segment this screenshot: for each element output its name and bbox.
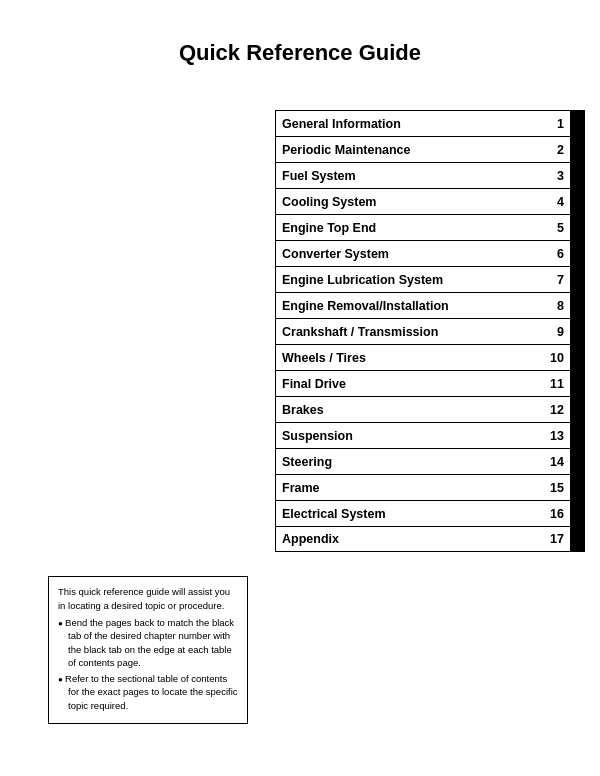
note-box: This quick reference guide will assist y…: [48, 576, 248, 724]
toc-tab-marker: [570, 449, 584, 474]
toc-row[interactable]: General Information1: [275, 110, 585, 136]
toc-item-label: Converter System: [276, 244, 542, 264]
toc-item-label: Steering: [276, 452, 542, 472]
toc-item-number: 7: [542, 270, 570, 290]
toc-row[interactable]: Crankshaft / Transmission9: [275, 318, 585, 344]
toc-row[interactable]: Engine Removal/Installation8: [275, 292, 585, 318]
toc-row[interactable]: Final Drive11: [275, 370, 585, 396]
note-intro: This quick reference guide will assist y…: [58, 585, 238, 612]
toc-item-label: Appendix: [276, 529, 542, 549]
toc-row[interactable]: Suspension13: [275, 422, 585, 448]
toc-row[interactable]: Electrical System16: [275, 500, 585, 526]
toc-item-number: 5: [542, 218, 570, 238]
toc-tab-marker: [570, 475, 584, 500]
toc-tab-marker: [570, 371, 584, 396]
toc-item-number: 6: [542, 244, 570, 264]
toc-item-label: General Information: [276, 114, 542, 134]
toc-item-label: Electrical System: [276, 504, 542, 524]
toc-item-label: Fuel System: [276, 166, 542, 186]
toc-tab-marker: [570, 163, 584, 188]
toc-row[interactable]: Cooling System4: [275, 188, 585, 214]
note-list-item: Bend the pages back to match the black t…: [58, 616, 238, 669]
toc-item-number: 12: [542, 400, 570, 420]
toc-row[interactable]: Appendix17: [275, 526, 585, 552]
toc-tab-marker: [570, 189, 584, 214]
toc-tab-marker: [570, 527, 584, 551]
toc-tab-marker: [570, 423, 584, 448]
toc-tab-marker: [570, 111, 584, 136]
toc-item-number: 15: [542, 478, 570, 498]
toc-item-number: 10: [542, 348, 570, 368]
toc-item-label: Engine Top End: [276, 218, 542, 238]
toc-item-label: Wheels / Tires: [276, 348, 542, 368]
toc-row[interactable]: Frame15: [275, 474, 585, 500]
toc-item-number: 2: [542, 140, 570, 160]
toc-tab-marker: [570, 501, 584, 526]
toc-item-number: 11: [542, 374, 570, 394]
toc-row[interactable]: Converter System6: [275, 240, 585, 266]
page-title: Quick Reference Guide: [0, 0, 600, 86]
toc-item-number: 14: [542, 452, 570, 472]
toc-item-label: Brakes: [276, 400, 542, 420]
toc-tab-marker: [570, 397, 584, 422]
toc-item-number: 8: [542, 296, 570, 316]
toc-row[interactable]: Steering14: [275, 448, 585, 474]
toc-item-label: Crankshaft / Transmission: [276, 322, 542, 342]
toc-tab-marker: [570, 293, 584, 318]
page: Quick Reference Guide General Informatio…: [0, 0, 600, 776]
toc-item-label: Suspension: [276, 426, 542, 446]
toc-item-label: Frame: [276, 478, 542, 498]
toc-row[interactable]: Periodic Maintenance2: [275, 136, 585, 162]
toc-tab-marker: [570, 319, 584, 344]
toc-item-number: 17: [542, 529, 570, 549]
toc-item-label: Final Drive: [276, 374, 542, 394]
toc-tab-marker: [570, 241, 584, 266]
table-of-contents: General Information1Periodic Maintenance…: [275, 110, 585, 552]
note-list: Bend the pages back to match the black t…: [58, 616, 238, 712]
toc-item-number: 4: [542, 192, 570, 212]
toc-item-label: Cooling System: [276, 192, 542, 212]
toc-row[interactable]: Brakes12: [275, 396, 585, 422]
toc-row[interactable]: Engine Lubrication System7: [275, 266, 585, 292]
toc-row[interactable]: Wheels / Tires10: [275, 344, 585, 370]
toc-item-label: Periodic Maintenance: [276, 140, 542, 160]
toc-tab-marker: [570, 137, 584, 162]
toc-item-number: 16: [542, 504, 570, 524]
toc-item-number: 9: [542, 322, 570, 342]
toc-item-number: 13: [542, 426, 570, 446]
toc-row[interactable]: Engine Top End5: [275, 214, 585, 240]
toc-tab-marker: [570, 215, 584, 240]
toc-tab-marker: [570, 267, 584, 292]
toc-item-label: Engine Removal/Installation: [276, 296, 542, 316]
toc-item-number: 3: [542, 166, 570, 186]
note-list-item: Refer to the sectional table of contents…: [58, 672, 238, 712]
toc-item-label: Engine Lubrication System: [276, 270, 542, 290]
toc-tab-marker: [570, 345, 584, 370]
toc-row[interactable]: Fuel System3: [275, 162, 585, 188]
toc-item-number: 1: [542, 114, 570, 134]
